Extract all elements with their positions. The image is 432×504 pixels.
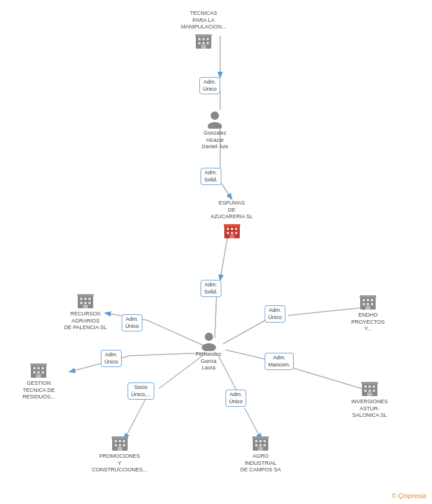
role-badge-adm-mancom: Adm.Mancom. [265,353,294,370]
svg-rect-68 [364,385,367,388]
svg-rect-61 [371,299,373,301]
fernandez-person-icon [199,331,218,350]
svg-rect-51 [37,367,40,369]
svg-rect-35 [235,232,237,234]
badge-adm-mancom: Adm.Mancom. [265,353,294,370]
svg-rect-62 [363,303,365,305]
tecnicas-label: TECNICAS PARA LA MANIPULACION... [181,10,226,31]
svg-rect-70 [373,385,375,388]
svg-rect-19 [198,38,201,40]
agro-label: AGROINDUSTRIALDE CAMPOS SA [240,453,281,474]
svg-rect-34 [231,232,233,234]
svg-rect-89 [255,444,258,446]
svg-rect-69 [369,385,371,388]
svg-line-8 [129,353,207,356]
svg-rect-30 [227,228,229,230]
svg-rect-40 [84,298,87,300]
agro-node: AGROINDUSTRIALDE CAMPOS SA [240,433,281,474]
inversiones-node: INVERSIONESASTUR-SALONICA SL [351,378,388,419]
svg-rect-65 [366,306,370,310]
espumas-building-icon [223,221,242,240]
svg-line-12 [218,356,239,394]
svg-rect-46 [77,294,94,296]
svg-rect-44 [88,302,91,304]
svg-rect-73 [373,390,375,392]
recursos-label: RECURSOSAGRARIOSDE PALENCIA SL [64,311,107,331]
badge-adm-unico-5: Adm.Único [265,305,285,323]
svg-rect-52 [42,367,44,369]
svg-rect-23 [202,42,205,44]
role-badge-adm-solid-1: Adm.Solid. [201,168,221,185]
svg-rect-92 [258,447,263,451]
svg-rect-37 [224,224,240,227]
tecnicas-building-icon [194,31,213,50]
badge-adm-unico-1: Adm.Único [199,77,220,94]
tecnicas-node: TECNICAS PARA LA MANIPULACION... [181,9,226,50]
svg-rect-91 [263,444,266,446]
watermark: © Çmpresia [392,492,426,499]
role-badge-adm-unico-5: Adm.Único [265,305,285,323]
svg-rect-90 [259,444,262,446]
svg-rect-56 [36,374,41,378]
svg-rect-83 [117,447,122,451]
fernandez-node: FernandezGarciaLaura [196,331,221,372]
svg-rect-78 [119,440,121,442]
svg-rect-42 [80,302,82,304]
svg-rect-21 [207,38,209,40]
svg-rect-60 [367,299,369,301]
inversiones-building-icon [360,378,379,397]
recursos-building-icon [76,291,95,310]
gestion-label: GESTIONTECNICA DERESIDUOS... [23,380,55,401]
svg-rect-41 [88,298,91,300]
svg-rect-25 [201,45,206,49]
role-badge-adm-unico-4: Adm.Único [225,390,246,407]
svg-rect-20 [202,38,205,40]
role-badge-socio: SocioÚnico,... [128,382,154,400]
svg-rect-88 [263,440,266,442]
agro-building-icon [251,433,270,452]
svg-rect-24 [207,42,209,44]
svg-line-3 [220,181,231,199]
svg-point-27 [211,111,219,120]
gonzalez-person-icon [205,110,224,129]
svg-rect-79 [123,440,125,442]
role-badge-adm-unico-3: Adm.Único [101,350,122,367]
gestion-node: GESTIONTECNICA DERESIDUOS... [23,360,55,401]
svg-point-47 [205,333,213,341]
svg-point-48 [202,343,216,351]
svg-rect-86 [255,440,258,442]
espumas-label: ESPUMASDEAZUCARERIA SL [211,200,253,221]
gestion-building-icon [29,360,48,379]
svg-rect-31 [231,228,233,230]
badge-socio: SocioÚnico,... [128,382,154,400]
svg-rect-82 [123,444,125,446]
svg-rect-45 [83,305,88,308]
svg-rect-87 [259,440,262,442]
svg-rect-71 [364,390,367,392]
svg-rect-93 [252,436,269,439]
svg-rect-26 [195,34,212,37]
svg-rect-53 [33,371,36,374]
svg-rect-33 [227,232,229,234]
promociones-node: PROMOCIONESYCONSTRUCCIONES... [92,433,147,474]
badge-adm-solid-2: Adm.Solid. [201,280,221,297]
fernandez-label: FernandezGarciaLaura [196,351,221,372]
svg-rect-72 [369,390,371,392]
badge-adm-unico-2: Adm.Único [122,314,142,331]
svg-rect-54 [37,371,40,374]
svg-rect-39 [80,298,82,300]
svg-rect-50 [33,367,36,369]
svg-rect-74 [367,393,372,396]
inversiones-label: INVERSIONESASTUR-SALONICA SL [351,398,388,419]
svg-rect-64 [371,303,373,305]
espumas-node: ESPUMASDEAZUCARERIA SL [211,199,253,240]
badge-adm-unico-4: Adm.Único [225,390,246,407]
svg-rect-75 [361,382,378,384]
svg-rect-59 [363,299,365,301]
connection-lines [0,0,432,504]
svg-rect-80 [115,444,117,446]
endho-node: ENDHOPROYECTOSY... [351,292,385,333]
svg-rect-66 [360,295,376,298]
svg-rect-77 [115,440,117,442]
promociones-label: PROMOCIONESYCONSTRUCCIONES... [92,453,147,474]
